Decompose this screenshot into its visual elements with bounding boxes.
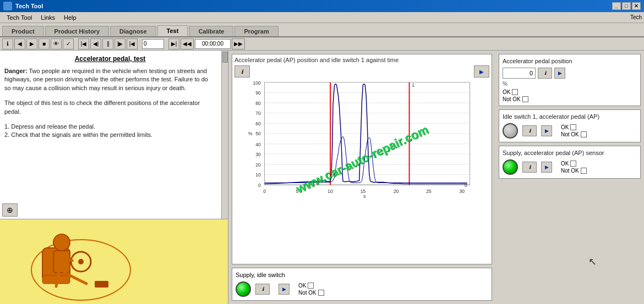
supply-ap-led bbox=[503, 159, 518, 175]
toolbar-check-button[interactable]: ✓ bbox=[63, 38, 74, 49]
accel-position-title: Accelerator pedal position bbox=[503, 58, 637, 64]
svg-text:1: 1 bbox=[412, 82, 414, 88]
toolbar-eye-button[interactable]: 👁 bbox=[51, 38, 62, 49]
window-controls[interactable]: _ □ ✕ bbox=[612, 2, 641, 10]
supply-idle-ok-row: OK bbox=[298, 283, 324, 289]
supply-idle-notok-label: Not OK bbox=[298, 290, 316, 296]
chart-info-button[interactable]: ℹ bbox=[234, 65, 250, 78]
supply-ap-notok-row: Not OK bbox=[561, 168, 587, 174]
accel-position-ok-checkbox[interactable] bbox=[512, 89, 518, 95]
tab-test[interactable]: Test bbox=[157, 25, 188, 36]
nav-tabs: Product Product History Diagnose Test Ca… bbox=[0, 23, 644, 37]
svg-text:10: 10 bbox=[255, 172, 261, 178]
idle-switch-notok-row: Not OK bbox=[561, 131, 587, 137]
toolbar-stop-button[interactable]: ■ bbox=[39, 38, 50, 49]
accel-position-box: Accelerator pedal position 0 ℹ ▶ % OK No… bbox=[499, 54, 641, 106]
left-panel-title: Accelerator pedal, test bbox=[4, 55, 216, 63]
left-panel-step1: 1. Depress and release the pedal. bbox=[4, 123, 216, 131]
idle-switch-notok-checkbox[interactable] bbox=[581, 131, 587, 137]
accel-position-notok-label: Not OK bbox=[503, 96, 521, 102]
supply-ap-info-button[interactable]: ℹ bbox=[522, 162, 537, 173]
toolbar-step-end-button[interactable]: |▶ bbox=[114, 38, 125, 49]
accel-position-play-button[interactable]: ▶ bbox=[554, 68, 565, 79]
tab-calibrate[interactable]: Calibrate bbox=[189, 26, 233, 36]
idle-switch-ok-checkbox[interactable] bbox=[570, 124, 576, 130]
supply-ap-box: Supply, accelerator pedal (AP) sensor ℹ … bbox=[499, 146, 641, 179]
cursor-arrow: ↖ bbox=[588, 256, 597, 268]
toolbar-skip-end-button[interactable]: ▶| bbox=[168, 38, 179, 49]
supply-idle-notok-checkbox[interactable] bbox=[318, 290, 324, 296]
toolbar-value-input[interactable] bbox=[142, 39, 164, 49]
tab-diagnose[interactable]: Diagnose bbox=[110, 26, 156, 36]
car-illustration-area bbox=[0, 219, 228, 304]
magnify-button[interactable]: ⊕ bbox=[2, 203, 18, 217]
svg-rect-8 bbox=[95, 281, 108, 288]
main-content: Accelerator pedal, test Danger: Two peop… bbox=[0, 51, 644, 304]
svg-text:25: 25 bbox=[426, 189, 432, 194]
toolbar-time-input[interactable] bbox=[195, 39, 231, 49]
idle-switch-notok-label: Not OK bbox=[561, 131, 579, 137]
menu-links[interactable]: Links bbox=[36, 13, 59, 22]
svg-text:30: 30 bbox=[255, 152, 261, 157]
toolbar-rewind-button[interactable]: ◀◀ bbox=[181, 38, 194, 49]
right-panel: Accelerator pedal position 0 ℹ ▶ % OK No… bbox=[495, 51, 644, 304]
tab-product-history[interactable]: Product History bbox=[45, 26, 110, 36]
toolbar-step-back-button[interactable]: ◀| bbox=[90, 38, 101, 49]
accel-position-notok-row: Not OK bbox=[503, 96, 637, 102]
minimize-button[interactable]: _ bbox=[612, 2, 621, 10]
toolbar-info-button[interactable]: ℹ bbox=[2, 38, 13, 49]
tab-program[interactable]: Program bbox=[234, 26, 278, 36]
accel-position-ok-label: OK bbox=[503, 89, 510, 95]
svg-text:15: 15 bbox=[361, 189, 366, 194]
supply-ap-ok-checkbox[interactable] bbox=[570, 161, 576, 167]
svg-text:s: s bbox=[363, 194, 365, 199]
toolbar-back-button[interactable]: ◀ bbox=[14, 38, 25, 49]
svg-text:20: 20 bbox=[394, 189, 399, 194]
accel-position-info-button[interactable]: ℹ bbox=[538, 68, 552, 79]
center-panel: Accelerator pedal (AP) position and idle… bbox=[228, 51, 495, 304]
supply-idle-title: Supply, idle switch bbox=[236, 272, 488, 278]
svg-point-10 bbox=[78, 259, 84, 264]
supply-ap-notok-checkbox[interactable] bbox=[581, 168, 587, 174]
idle-switch-ok-row: OK bbox=[561, 124, 587, 130]
chart-svg: 100 90 80 70 60 50 40 30 20 10 0 % 0 5 bbox=[234, 80, 489, 201]
svg-text:80: 80 bbox=[255, 101, 261, 106]
menu-help[interactable]: Help bbox=[59, 13, 81, 22]
toolbar-ff-button[interactable]: ▶▶ bbox=[232, 38, 245, 49]
idle-switch-play-button[interactable]: ▶ bbox=[541, 125, 552, 136]
supply-ap-row: ℹ ▶ OK Not OK bbox=[503, 159, 637, 175]
tab-product[interactable]: Product bbox=[2, 26, 44, 36]
svg-text:50: 50 bbox=[255, 131, 261, 136]
toolbar-play-button[interactable]: ▶ bbox=[26, 38, 37, 49]
chart-play-button[interactable]: ▶ bbox=[474, 65, 489, 78]
accel-position-notok-checkbox[interactable] bbox=[522, 96, 528, 102]
car-pedal-svg bbox=[9, 220, 219, 303]
toolbar-step-start-button[interactable]: |◀ bbox=[78, 38, 89, 49]
svg-text:%: % bbox=[248, 131, 253, 136]
svg-text:0: 0 bbox=[465, 183, 467, 188]
menu-bar: Tech Tool Links Help Tech bbox=[0, 12, 644, 23]
app-title: Tech Tool bbox=[15, 3, 43, 9]
left-panel-danger: Danger: Two people are required in the v… bbox=[4, 67, 216, 92]
supply-idle-info-button[interactable]: ℹ bbox=[255, 284, 270, 295]
toolbar-pause-button[interactable]: ‖ bbox=[102, 38, 113, 49]
supply-ap-status: OK Not OK bbox=[561, 161, 587, 174]
menu-techtool[interactable]: Tech Tool bbox=[2, 13, 36, 22]
supply-idle-ok-checkbox[interactable] bbox=[308, 283, 314, 289]
left-panel-step2: 2. Check that the signals are within the… bbox=[4, 131, 216, 139]
idle-switch-status: OK Not OK bbox=[561, 124, 587, 137]
close-button[interactable]: ✕ bbox=[632, 2, 641, 10]
supply-idle-play-button[interactable]: ▶ bbox=[279, 284, 290, 295]
left-panel-body1: The object of this test is to check the … bbox=[4, 99, 216, 116]
toolbar-skip-start-button[interactable]: |◀ bbox=[127, 38, 138, 49]
idle-switch-row: ℹ ▶ OK Not OK bbox=[503, 123, 637, 139]
supply-ap-ok-row: OK bbox=[561, 161, 587, 167]
supply-ap-play-button[interactable]: ▶ bbox=[541, 162, 552, 173]
supply-idle-switch-section: Supply, idle switch ℹ ▶ OK bbox=[232, 268, 492, 301]
supply-idle-notok-row: Not OK bbox=[298, 290, 324, 296]
svg-text:20: 20 bbox=[255, 162, 261, 168]
maximize-button[interactable]: □ bbox=[622, 2, 631, 10]
idle-switch-info-button[interactable]: ℹ bbox=[522, 125, 537, 136]
chart-toolbar: ℹ ▶ bbox=[234, 65, 489, 78]
supply-idle-status: OK Not OK bbox=[298, 283, 324, 296]
